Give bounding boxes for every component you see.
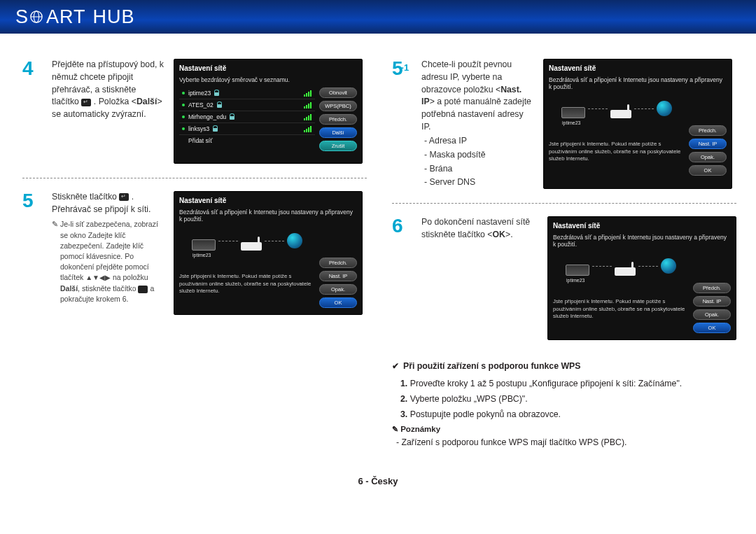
panel-step-6: Nastavení sítě Bezdrátová síť a připojen…	[547, 216, 736, 340]
link-line-icon	[638, 266, 658, 267]
wifi-row-add[interactable]: Přidat síť	[179, 135, 315, 146]
nast-ip-button[interactable]: Nast. IP	[689, 139, 727, 149]
refresh-button[interactable]: Obnovit	[319, 87, 357, 98]
enter-icon	[81, 99, 91, 106]
list-item: 2. Vyberte položku „WPS (PBC)".	[400, 393, 736, 406]
player-device-icon: iptime23	[192, 239, 216, 251]
router-icon	[610, 110, 631, 118]
enter-icon	[138, 286, 148, 293]
ok-button[interactable]: OK	[693, 323, 731, 333]
prev-button[interactable]: Předch.	[319, 258, 357, 268]
step-4-text: Přejděte na přístupový bod, k němuž chce…	[52, 59, 164, 164]
page-footer: 6 - Česky	[0, 476, 756, 486]
panel-title: Nastavení sítě	[179, 64, 357, 72]
header-bar: S ART HUB	[0, 0, 756, 34]
step-6: 6 Po dokončení nastavení sítě stiskněte …	[392, 216, 736, 340]
step-5-text: Stiskněte tlačítko . Přehrávač se připoj…	[52, 191, 164, 315]
ip-item: - Maska podsítě	[421, 149, 533, 162]
notes-text: - Zařízení s podporou funkce WPS mají tl…	[392, 436, 736, 449]
check-icon: ✔	[392, 360, 399, 373]
wps-button[interactable]: WPS(PBC)	[319, 101, 357, 111]
player-device-icon: iptime23	[566, 265, 589, 276]
retry-button[interactable]: Opak.	[689, 152, 727, 162]
step-5: 5 Stiskněte tlačítko . Přehrávač se přip…	[22, 191, 367, 315]
step-5-1: 5-1 Chcete-li použít pevnou adresu IP, v…	[392, 59, 736, 189]
ok-button[interactable]: OK	[689, 165, 727, 176]
nast-ip-button[interactable]: Nast. IP	[693, 296, 731, 307]
step-4-num: 4	[22, 59, 42, 164]
globe-icon	[287, 233, 302, 248]
panel-subtitle: Bezdrátová síť a připojení k Internetu j…	[553, 234, 731, 248]
panel-step-5: Nastavení sítě Bezdrátová síť a připojen…	[174, 191, 363, 315]
step-6-text: Po dokončení nastavení sítě stiskněte tl…	[421, 216, 538, 340]
panel-subtitle: Vyberte bezdrátový směrovač v seznamu.	[179, 76, 357, 83]
panel-sidebar: Předch. Nast. IP Opak. OK	[319, 227, 357, 308]
list-item: 1. Proveďte kroky 1 až 5 postupu „Konfig…	[400, 377, 736, 391]
retry-button[interactable]: Opak.	[319, 284, 357, 295]
content-columns: 4 Přejděte na přístupový bod, k němuž ch…	[0, 34, 756, 449]
wifi-row[interactable]: Mirhenge_edu	[179, 111, 315, 123]
cancel-button[interactable]: Zrušit	[319, 141, 357, 151]
pen-icon: ✎	[52, 220, 58, 228]
panel-sidebar: Předch. Nast. IP Opak. OK	[693, 252, 731, 333]
divider	[392, 203, 736, 204]
panel-title: Nastavení sítě	[549, 64, 727, 72]
wifi-row[interactable]: linksys3	[179, 123, 315, 135]
connection-diagram: iptime23	[553, 256, 689, 276]
lock-icon	[214, 90, 219, 96]
right-column: 5-1 Chcete-li použít pevnou adresu IP, v…	[392, 59, 736, 449]
panel-subtitle: Bezdrátová síť a připojení k Internetu j…	[179, 209, 357, 223]
router-icon	[615, 267, 636, 276]
lock-icon	[217, 102, 222, 108]
step-6-num: 6	[392, 216, 412, 340]
panel-footer: Jste připojeni k Internetu. Pokud máte p…	[179, 273, 315, 295]
link-line-icon	[592, 266, 612, 267]
list-item: 3. Postupujte podle pokynů na obrazovce.	[400, 408, 736, 421]
globe-icon	[30, 10, 43, 23]
panel-sidebar: Předch. Nast. IP Opak. OK	[689, 94, 727, 176]
globe-icon	[657, 101, 672, 116]
router-icon	[241, 242, 262, 251]
signal-icon	[304, 102, 312, 108]
link-line-icon	[588, 108, 608, 109]
nast-ip-button[interactable]: Nast. IP	[319, 271, 357, 281]
wps-steps-list: 1. Proveďte kroky 1 až 5 postupu „Konfig…	[392, 377, 736, 421]
logo: S ART HUB	[15, 6, 135, 28]
step-5-num: 5	[22, 191, 42, 315]
link-line-icon	[218, 241, 238, 241]
link-line-icon	[634, 108, 654, 109]
panel-sidebar: Obnovit WPS(PBC) Předch. Další Zrušit	[319, 87, 357, 151]
ok-button[interactable]: OK	[319, 297, 357, 308]
retry-button[interactable]: Opak.	[693, 309, 731, 320]
wps-section: ✔ Při použití zařízení s podporou funkce…	[392, 360, 736, 449]
globe-icon	[661, 258, 676, 274]
prev-button[interactable]: Předch.	[693, 283, 731, 293]
wifi-row[interactable]: iptime23	[179, 87, 315, 99]
logo-text-3: HUB	[93, 6, 135, 28]
ip-item: - Server DNS	[421, 176, 533, 189]
logo-text-2: ART	[46, 6, 86, 28]
prev-button[interactable]: Předch.	[689, 125, 727, 136]
notes-title: ✎ Poznámky	[392, 423, 736, 436]
step-4: 4 Přejděte na přístupový bod, k němuž ch…	[22, 59, 367, 164]
wifi-row[interactable]: ATES_02	[179, 99, 315, 111]
logo-text-1: S	[15, 6, 29, 28]
left-column: 4 Přejděte na přístupový bod, k němuž ch…	[22, 59, 367, 449]
panel-footer: Jste připojeni k Internetu. Pokud máte p…	[553, 298, 689, 321]
step-5-1-num: 5-1	[392, 59, 412, 189]
connection-diagram: iptime23	[549, 99, 685, 118]
signal-icon	[304, 114, 312, 120]
next-button[interactable]: Další	[319, 127, 357, 138]
panel-subtitle: Bezdrátová síť a připojení k Internetu j…	[549, 76, 727, 90]
panel-title: Nastavení sítě	[179, 197, 357, 204]
pen-icon: ✎	[392, 425, 398, 433]
wifi-list: iptime23 ATES_02 Mirhenge_edu linksys3 P…	[179, 87, 315, 151]
enter-icon	[119, 193, 129, 201]
ip-item: - Adresa IP	[421, 135, 533, 148]
panel-title: Nastavení sítě	[553, 222, 731, 230]
prev-button[interactable]: Předch.	[319, 114, 357, 125]
panel-footer: Jste připojeni k Internetu. Pokud máte p…	[549, 141, 685, 163]
panel-step-4: Nastavení sítě Vyberte bezdrátový směrov…	[174, 59, 363, 164]
signal-icon	[304, 126, 312, 132]
ip-item: - Brána	[421, 163, 533, 176]
